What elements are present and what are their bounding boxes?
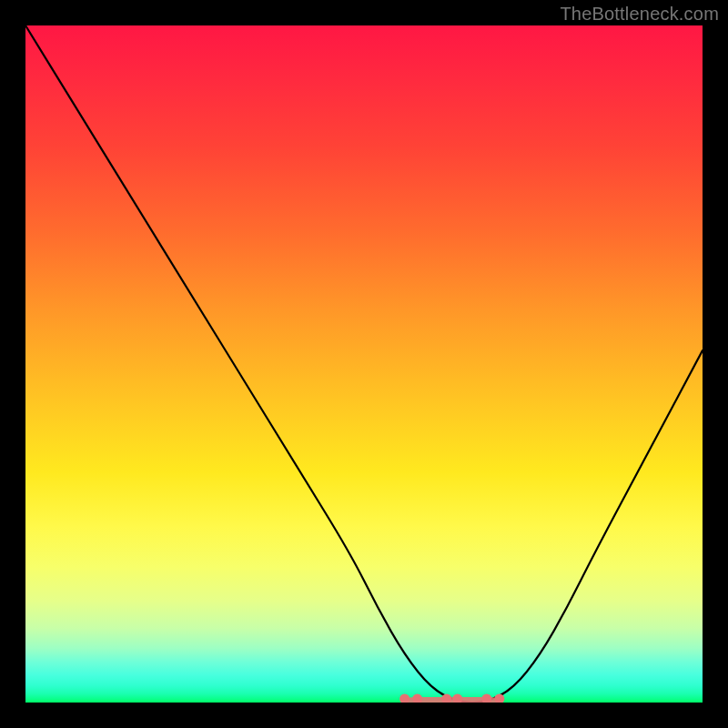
curve-svg xyxy=(25,25,703,703)
min-dot xyxy=(481,694,491,703)
min-dot xyxy=(399,694,410,703)
watermark-text: TheBottleneck.com xyxy=(560,4,719,25)
bottleneck-curve xyxy=(25,25,703,703)
min-dot xyxy=(452,694,462,703)
bottom-marker-layer xyxy=(399,694,504,703)
min-dot xyxy=(494,694,504,703)
chart-stage: TheBottleneck.com xyxy=(0,0,728,728)
min-dot xyxy=(412,694,422,703)
plot-area xyxy=(25,25,703,703)
curve-layer xyxy=(25,25,703,703)
